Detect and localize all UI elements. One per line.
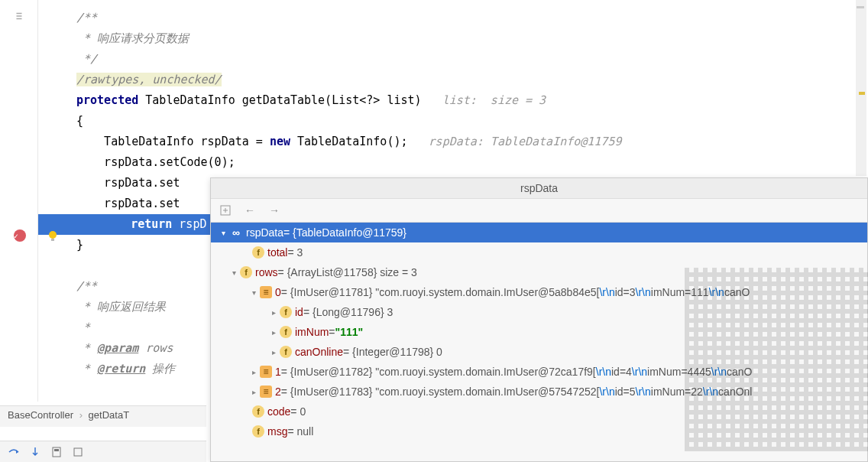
svg-rect-2 xyxy=(53,447,60,457)
field-icon: f xyxy=(252,246,264,259)
calculator-icon[interactable] xyxy=(50,446,63,458)
step-into-icon[interactable] xyxy=(29,446,41,458)
var-value: = {ImUser@11783} "com.ruoyi.system.domai… xyxy=(281,386,600,398)
var-name: imNum xyxy=(295,326,329,338)
chevron-right-icon[interactable]: ▸ xyxy=(267,308,280,317)
array-item-icon: ≡ xyxy=(260,366,272,378)
keyword: protected xyxy=(76,93,138,107)
step-over-icon[interactable] xyxy=(8,446,20,458)
field-icon: f xyxy=(280,346,292,358)
var-value: id=3 xyxy=(615,286,636,298)
string-value: "111" xyxy=(335,326,364,338)
expand-icon[interactable] xyxy=(219,203,232,217)
comment-text: /** xyxy=(76,11,97,24)
tree-row[interactable]: f msg = null xyxy=(211,421,867,441)
escape-seq: \r\n xyxy=(711,366,727,378)
code-text: rspData.set xyxy=(76,197,180,210)
chevron-right-icon[interactable]: ▸ xyxy=(248,368,260,376)
var-value: id=5 xyxy=(615,386,636,398)
tree-row[interactable]: ▸ ≡ 1 = {ImUser@11782} "com.ruoyi.system… xyxy=(211,362,867,382)
chevron-down-icon[interactable]: ▾ xyxy=(217,229,229,237)
var-value: = {Long@11796} 3 xyxy=(303,306,393,318)
inline-hint: rspData: TableDataInfo@11759 xyxy=(408,135,622,148)
chevron-right-icon[interactable]: ▸ xyxy=(267,328,280,337)
tree-root-row[interactable]: ▾ ∞ rspData = {TableDataInfo@11759} xyxy=(211,223,867,242)
var-value: canO xyxy=(727,366,752,378)
forward-arrow-icon[interactable]: → xyxy=(267,203,281,217)
code-text: rspData.set xyxy=(76,176,180,190)
scroll-marker xyxy=(857,6,864,8)
variable-tree[interactable]: ▾ ∞ rspData = {TableDataInfo@11759} f to… xyxy=(211,223,867,441)
warning-stripe[interactable] xyxy=(859,92,865,95)
tree-row[interactable]: ▾ ≡ 0 = {ImUser@11781} "com.ruoyi.system… xyxy=(211,282,867,302)
array-item-icon: ≡ xyxy=(260,386,272,398)
debug-inspect-popup[interactable]: rspData ← → ▾ ∞ rspData = {TableDataInfo… xyxy=(210,177,868,462)
var-name: id xyxy=(295,306,303,318)
tree-row[interactable]: ▸ f canOnline = {Integer@11798} 0 xyxy=(211,342,867,362)
code-text: rspData.setCode(0); xyxy=(76,155,235,169)
comment-text: /** xyxy=(76,279,97,293)
tree-row[interactable]: f total = 3 xyxy=(211,242,867,262)
breadcrumb-item[interactable]: BaseController xyxy=(8,409,73,421)
watch-icon[interactable] xyxy=(72,446,84,458)
tree-row[interactable]: f code = 0 xyxy=(211,402,867,421)
svg-rect-3 xyxy=(54,449,59,451)
comment-text: rows xyxy=(138,341,180,355)
var-value: = xyxy=(329,326,335,338)
var-name: code xyxy=(267,405,290,418)
collapse-icon[interactable] xyxy=(14,11,24,21)
popup-toolbar: ← → xyxy=(211,199,867,223)
breadcrumb[interactable]: BaseController › getDataT xyxy=(0,405,206,427)
var-name: rspData xyxy=(246,226,283,239)
var-name: canOnline xyxy=(295,346,343,358)
back-arrow-icon[interactable]: ← xyxy=(243,203,257,217)
inline-hint: list: size = 3 xyxy=(422,93,546,107)
escape-seq: \r\n xyxy=(636,386,651,398)
javadoc-tag: @param xyxy=(97,341,138,355)
breakpoint-check-icon: ✓ xyxy=(14,232,18,240)
array-item-icon: ≡ xyxy=(260,286,272,298)
code-text: rspD xyxy=(172,217,206,231)
tree-row[interactable]: ▾ f rows = {ArrayList@11758} size = 3 xyxy=(211,262,867,282)
chevron-right-icon[interactable]: ▸ xyxy=(267,348,280,356)
var-value: = 0 xyxy=(290,405,306,418)
escape-seq: \r\n xyxy=(599,386,614,398)
method-signature: TableDataInfo getDataTable(List<?> list) xyxy=(138,93,421,107)
breadcrumb-separator: › xyxy=(79,409,83,421)
tree-row[interactable]: ▸ ≡ 2 = {ImUser@11783} "com.ruoyi.system… xyxy=(211,382,867,402)
escape-seq: \r\n xyxy=(636,286,651,298)
var-value: imNum=22 xyxy=(651,386,703,398)
code-text: TableDataInfo(); xyxy=(290,135,408,148)
escape-seq: \r\n xyxy=(709,286,724,298)
intention-bulb-icon[interactable] xyxy=(46,229,60,243)
comment-text: * xyxy=(76,320,90,334)
svg-rect-1 xyxy=(51,239,54,241)
editor-scrollbar[interactable] xyxy=(856,0,866,176)
svg-point-0 xyxy=(49,231,57,239)
var-value: = null xyxy=(287,425,313,438)
breadcrumb-item[interactable]: getDataT xyxy=(89,409,129,421)
chevron-right-icon[interactable]: ▸ xyxy=(248,388,260,396)
chevron-down-icon[interactable]: ▾ xyxy=(228,268,240,277)
chevron-down-icon[interactable]: ▾ xyxy=(248,288,260,297)
var-value: = {ArrayList@11758} size = 3 xyxy=(278,266,417,278)
escape-seq: \r\n xyxy=(599,286,614,298)
tree-row[interactable]: ▸ f imNum = "111" xyxy=(211,322,867,342)
keyword: return xyxy=(131,217,172,231)
object-icon: ∞ xyxy=(229,226,243,239)
comment-text: * 响应返回结果 xyxy=(76,300,166,314)
field-icon: f xyxy=(240,266,252,278)
svg-rect-4 xyxy=(74,448,82,456)
tree-row[interactable]: ▸ f id = {Long@11796} 3 xyxy=(211,302,867,322)
field-icon: f xyxy=(280,306,292,318)
escape-seq: \r\n xyxy=(632,366,647,378)
code-text: TableDataInfo rspData = xyxy=(76,135,270,148)
javadoc-tag: @return xyxy=(97,362,145,376)
comment-text: */ xyxy=(76,52,97,66)
var-value: canOnl xyxy=(718,386,752,398)
comment-text: * 响应请求分页数据 xyxy=(76,31,189,45)
debug-toolbar xyxy=(0,441,206,462)
escape-seq: \r\n xyxy=(596,366,611,378)
field-icon: f xyxy=(252,405,264,418)
var-value: = {ImUser@11781} "com.ruoyi.system.domai… xyxy=(281,286,600,298)
